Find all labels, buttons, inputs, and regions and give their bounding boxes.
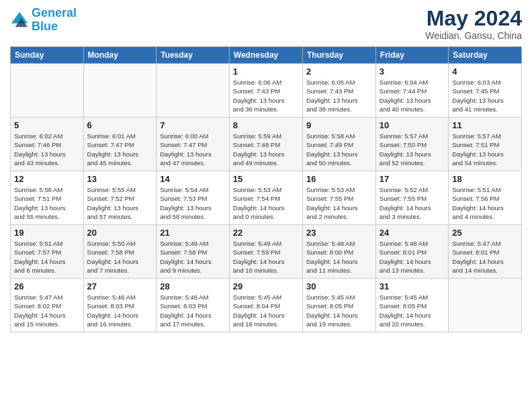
col-wednesday: Wednesday [229,47,302,64]
day-info: Sunrise: 6:04 AM Sunset: 7:44 PM Dayligh… [380,78,445,113]
day-info: Sunrise: 5:48 AM Sunset: 8:00 PM Dayligh… [306,239,372,275]
table-cell: 29Sunrise: 5:45 AM Sunset: 8:04 PM Dayli… [229,279,302,332]
table-cell: 3Sunrise: 6:04 AM Sunset: 7:44 PM Daylig… [375,64,448,118]
calendar-table: Sunday Monday Tuesday Wednesday Thursday… [10,46,522,332]
week-row-3: 12Sunrise: 5:56 AM Sunset: 7:51 PM Dayli… [11,171,522,225]
logo-text: General Blue [32,7,77,34]
day-number: 30 [306,281,372,291]
table-cell: 20Sunrise: 5:50 AM Sunset: 7:58 PM Dayli… [83,225,157,279]
header: General Blue May 2024 Weidian, Gansu, Ch… [10,7,522,41]
day-number: 27 [87,281,153,291]
day-number: 12 [14,174,80,184]
day-info: Sunrise: 5:53 AM Sunset: 7:55 PM Dayligh… [306,185,372,221]
logo-icon [10,11,29,30]
day-info: Sunrise: 5:57 AM Sunset: 7:51 PM Dayligh… [452,132,518,167]
day-info: Sunrise: 5:55 AM Sunset: 7:52 PM Dayligh… [87,185,153,221]
day-number: 1 [233,66,299,77]
col-monday: Monday [83,47,157,64]
calendar-header-row: Sunday Monday Tuesday Wednesday Thursday… [11,47,522,64]
table-cell: 31Sunrise: 5:45 AM Sunset: 8:05 PM Dayli… [375,279,448,332]
day-number: 25 [452,228,518,238]
day-info: Sunrise: 5:59 AM Sunset: 7:48 PM Dayligh… [233,132,299,167]
table-cell: 5Sunrise: 6:02 AM Sunset: 7:46 PM Daylig… [11,118,84,171]
day-number: 14 [160,174,226,184]
table-cell: 27Sunrise: 5:46 AM Sunset: 8:03 PM Dayli… [83,279,157,332]
page: General Blue May 2024 Weidian, Gansu, Ch… [0,0,532,411]
day-info: Sunrise: 5:57 AM Sunset: 7:50 PM Dayligh… [380,132,445,167]
day-info: Sunrise: 6:02 AM Sunset: 7:46 PM Dayligh… [14,132,80,167]
week-row-2: 5Sunrise: 6:02 AM Sunset: 7:46 PM Daylig… [11,118,522,171]
table-cell: 9Sunrise: 5:58 AM Sunset: 7:49 PM Daylig… [303,118,376,171]
day-number: 7 [160,120,226,130]
day-info: Sunrise: 5:49 AM Sunset: 7:59 PM Dayligh… [233,239,299,275]
table-cell: 12Sunrise: 5:56 AM Sunset: 7:51 PM Dayli… [11,171,84,225]
day-number: 20 [87,228,153,238]
table-cell: 6Sunrise: 6:01 AM Sunset: 7:47 PM Daylig… [83,118,157,171]
day-info: Sunrise: 5:51 AM Sunset: 7:56 PM Dayligh… [452,185,518,221]
day-number: 15 [233,174,299,184]
day-info: Sunrise: 5:51 AM Sunset: 7:57 PM Dayligh… [14,239,80,275]
day-number: 4 [452,66,518,77]
table-cell: 13Sunrise: 5:55 AM Sunset: 7:52 PM Dayli… [83,171,157,225]
table-cell: 10Sunrise: 5:57 AM Sunset: 7:50 PM Dayli… [375,118,448,171]
day-number: 16 [306,174,372,184]
table-cell [11,64,84,118]
day-number: 10 [380,120,445,130]
day-number: 9 [306,120,372,130]
table-cell [157,64,230,118]
week-row-4: 19Sunrise: 5:51 AM Sunset: 7:57 PM Dayli… [11,225,522,279]
day-number: 23 [306,228,372,238]
table-cell: 4Sunrise: 6:03 AM Sunset: 7:45 PM Daylig… [449,64,522,118]
table-cell: 18Sunrise: 5:51 AM Sunset: 7:56 PM Dayli… [449,171,522,225]
day-info: Sunrise: 5:47 AM Sunset: 8:02 PM Dayligh… [14,293,80,328]
day-number: 29 [233,281,299,291]
table-cell [449,279,522,332]
table-cell: 19Sunrise: 5:51 AM Sunset: 7:57 PM Dayli… [11,225,84,279]
day-info: Sunrise: 5:45 AM Sunset: 8:04 PM Dayligh… [233,293,299,328]
table-cell: 23Sunrise: 5:48 AM Sunset: 8:00 PM Dayli… [303,225,376,279]
table-cell: 28Sunrise: 5:46 AM Sunset: 8:03 PM Dayli… [157,279,230,332]
col-saturday: Saturday [449,47,522,64]
table-cell: 22Sunrise: 5:49 AM Sunset: 7:59 PM Dayli… [229,225,302,279]
location: Weidian, Gansu, China [425,30,522,41]
day-number: 3 [380,66,445,77]
table-cell: 26Sunrise: 5:47 AM Sunset: 8:02 PM Dayli… [11,279,84,332]
day-number: 24 [380,228,445,238]
day-number: 13 [87,174,153,184]
day-info: Sunrise: 5:54 AM Sunset: 7:53 PM Dayligh… [160,185,226,221]
day-info: Sunrise: 6:01 AM Sunset: 7:47 PM Dayligh… [87,132,153,167]
day-info: Sunrise: 5:53 AM Sunset: 7:54 PM Dayligh… [233,185,299,221]
table-cell: 16Sunrise: 5:53 AM Sunset: 7:55 PM Dayli… [303,171,376,225]
table-cell: 17Sunrise: 5:52 AM Sunset: 7:55 PM Dayli… [375,171,448,225]
week-row-5: 26Sunrise: 5:47 AM Sunset: 8:02 PM Dayli… [11,279,522,332]
table-cell: 7Sunrise: 6:00 AM Sunset: 7:47 PM Daylig… [157,118,230,171]
day-info: Sunrise: 5:58 AM Sunset: 7:49 PM Dayligh… [306,132,372,167]
day-number: 28 [160,281,226,291]
col-thursday: Thursday [303,47,376,64]
day-info: Sunrise: 5:49 AM Sunset: 7:58 PM Dayligh… [160,239,226,275]
table-cell: 25Sunrise: 5:47 AM Sunset: 8:01 PM Dayli… [449,225,522,279]
table-cell: 8Sunrise: 5:59 AM Sunset: 7:48 PM Daylig… [229,118,302,171]
day-info: Sunrise: 5:45 AM Sunset: 8:05 PM Dayligh… [306,293,372,328]
col-sunday: Sunday [11,47,84,64]
day-info: Sunrise: 6:06 AM Sunset: 7:43 PM Dayligh… [233,78,299,113]
day-number: 22 [233,228,299,238]
table-cell: 21Sunrise: 5:49 AM Sunset: 7:58 PM Dayli… [157,225,230,279]
day-info: Sunrise: 5:50 AM Sunset: 7:58 PM Dayligh… [87,239,153,275]
day-number: 2 [306,66,372,77]
month-title: May 2024 [425,7,522,30]
day-number: 26 [14,281,80,291]
col-friday: Friday [375,47,448,64]
day-number: 31 [380,281,445,291]
day-info: Sunrise: 6:05 AM Sunset: 7:43 PM Dayligh… [306,78,372,113]
day-info: Sunrise: 6:00 AM Sunset: 7:47 PM Dayligh… [160,132,226,167]
table-cell: 11Sunrise: 5:57 AM Sunset: 7:51 PM Dayli… [449,118,522,171]
logo: General Blue [10,7,77,34]
day-info: Sunrise: 5:48 AM Sunset: 8:01 PM Dayligh… [380,239,445,275]
day-number: 17 [380,174,445,184]
day-info: Sunrise: 5:47 AM Sunset: 8:01 PM Dayligh… [452,239,518,275]
day-info: Sunrise: 5:52 AM Sunset: 7:55 PM Dayligh… [380,185,445,221]
table-cell: 24Sunrise: 5:48 AM Sunset: 8:01 PM Dayli… [375,225,448,279]
table-cell: 30Sunrise: 5:45 AM Sunset: 8:05 PM Dayli… [303,279,376,332]
day-info: Sunrise: 5:46 AM Sunset: 8:03 PM Dayligh… [87,293,153,328]
